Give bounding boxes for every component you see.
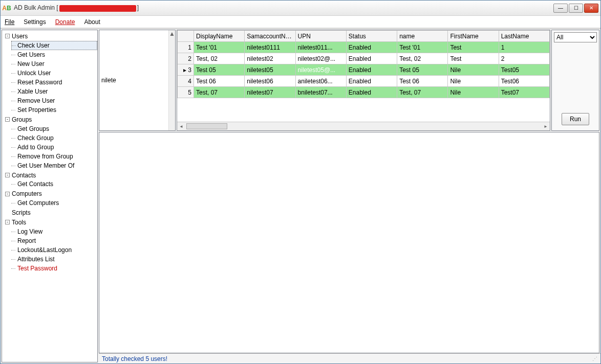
grid-cell[interactable]: Test, 02: [397, 53, 448, 64]
grid-cell[interactable]: niletest02: [245, 53, 295, 64]
grid-cell[interactable]: 1: [499, 42, 549, 53]
search-input[interactable]: [99, 30, 168, 130]
expander-icon[interactable]: -: [5, 192, 10, 196]
filter-select[interactable]: All: [554, 32, 597, 42]
grid-cell[interactable]: Test 06: [397, 76, 448, 87]
minimize-button[interactable]: —: [553, 4, 568, 13]
grid-cell[interactable]: Nile: [448, 64, 499, 76]
column-header[interactable]: LastName: [499, 31, 549, 42]
row-header[interactable]: ▸ 3: [178, 64, 194, 76]
row-header[interactable]: 5: [178, 87, 194, 98]
tree-group-tools[interactable]: -Tools: [2, 217, 97, 227]
grid-cell[interactable]: niletest06: [245, 76, 295, 87]
tree-item-test-password[interactable]: Test Password: [11, 264, 97, 273]
grid-cell[interactable]: Test 05: [194, 64, 245, 76]
resize-grip-icon[interactable]: ⋰: [592, 356, 597, 361]
grid-cell[interactable]: niletest05: [245, 64, 295, 76]
menu-about[interactable]: About: [84, 18, 100, 26]
expander-icon[interactable]: -: [5, 34, 10, 38]
tree-item-add-to-group[interactable]: Add to Group: [11, 143, 97, 152]
tree-item-log-view[interactable]: Log View: [11, 227, 97, 236]
expander-icon[interactable]: -: [5, 220, 10, 224]
column-header[interactable]: name: [397, 31, 448, 42]
grid-cell[interactable]: aniletest06...: [295, 76, 346, 87]
column-header[interactable]: UPN: [295, 31, 346, 42]
grid-cell[interactable]: Enabled: [346, 64, 397, 76]
menu-settings[interactable]: Settings: [24, 18, 46, 26]
row-header[interactable]: 2: [178, 53, 194, 64]
grid-cell[interactable]: niletest05@...: [295, 64, 346, 76]
search-scrollbar[interactable]: ▲: [168, 30, 175, 130]
navigation-tree[interactable]: -Users Check User Get Users New User Unl…: [2, 30, 98, 362]
grid-cell[interactable]: bniletest07...: [295, 87, 346, 98]
tree-item-check-user[interactable]: Check User: [11, 41, 97, 50]
tree-item-get-contacts[interactable]: Get Contacts: [11, 179, 97, 189]
grid-cell[interactable]: Enabled: [346, 42, 397, 53]
tree-item-reset-password[interactable]: Reset Password: [11, 78, 97, 87]
tree-group-users[interactable]: -Users: [2, 31, 97, 41]
grid-cell[interactable]: Enabled: [346, 53, 397, 64]
grid-cell[interactable]: Nile: [448, 87, 499, 98]
tree-item-unlock-user[interactable]: Unlock User: [11, 69, 97, 78]
grid-cell[interactable]: Test 06: [194, 76, 245, 87]
tree-item-check-group[interactable]: Check Group: [11, 133, 97, 143]
tree-item-lockout-lastlogon[interactable]: Lockout&LastLogon: [11, 245, 97, 255]
grid-cell[interactable]: niletest02@...: [295, 53, 346, 64]
grid-horizontal-scrollbar[interactable]: ◄ ►: [177, 122, 550, 130]
tree-group-groups[interactable]: -Groups: [2, 115, 97, 124]
grid-cell[interactable]: niletest0111: [245, 42, 295, 53]
tree-item-remove-user[interactable]: Remove User: [11, 96, 97, 105]
tree-group-computers[interactable]: -Computers: [2, 189, 97, 198]
results-grid[interactable]: DisplayNameSamaccountNameUPNStatusnameFi…: [177, 30, 550, 131]
tree-item-new-user[interactable]: New User: [11, 59, 97, 69]
scroll-thumb[interactable]: [186, 123, 227, 129]
scroll-right-icon[interactable]: ►: [542, 122, 550, 130]
menu-donate[interactable]: Donate: [55, 18, 75, 26]
column-header[interactable]: SamaccountName: [245, 31, 295, 42]
statusbar: Totally checked 5 users! ⋰: [99, 353, 600, 363]
tree-item-report[interactable]: Report: [11, 236, 97, 245]
tree-item-get-groups[interactable]: Get Groups: [11, 124, 97, 133]
grid-cell[interactable]: Enabled: [346, 87, 397, 98]
tree-group-scripts[interactable]: Scripts: [2, 208, 97, 217]
output-panel[interactable]: [99, 132, 599, 353]
grid-cell[interactable]: Test, 02: [194, 53, 245, 64]
grid-cell[interactable]: Test06: [499, 76, 549, 87]
grid-cell[interactable]: 2: [499, 53, 549, 64]
run-button[interactable]: Run: [562, 113, 589, 125]
column-header[interactable]: Status: [346, 31, 397, 42]
tree-item-remove-from-group[interactable]: Remove from Group: [11, 152, 97, 161]
tree-item-get-computers[interactable]: Get Computers: [11, 198, 97, 208]
scroll-left-icon[interactable]: ◄: [177, 122, 185, 130]
grid-cell[interactable]: Test '01: [194, 42, 245, 53]
tree-item-xable-user[interactable]: Xable User: [11, 87, 97, 96]
search-panel: ▲: [99, 30, 176, 131]
expander-icon[interactable]: -: [5, 173, 10, 177]
close-button[interactable]: ✕: [584, 4, 598, 13]
menu-file[interactable]: File: [5, 18, 14, 26]
grid-cell[interactable]: Enabled: [346, 76, 397, 87]
tree-group-contacts[interactable]: -Contacts: [2, 170, 97, 180]
grid-cell[interactable]: Test07: [499, 87, 549, 98]
row-header[interactable]: 1: [178, 42, 194, 53]
column-header[interactable]: DisplayName: [194, 31, 245, 42]
maximize-button[interactable]: ☐: [569, 4, 583, 13]
grid-cell[interactable]: Test: [448, 53, 499, 64]
tree-item-set-properties[interactable]: Set Properties: [11, 105, 97, 115]
expander-icon[interactable]: -: [5, 117, 10, 122]
tree-item-get-user-member-of[interactable]: Get User Member Of: [11, 161, 97, 170]
grid-cell[interactable]: niletest07: [245, 87, 295, 98]
grid-cell[interactable]: Test, 07: [397, 87, 448, 98]
grid-cell[interactable]: Test05: [499, 64, 549, 76]
grid-cell[interactable]: Test, 07: [194, 87, 245, 98]
tree-item-attributes-list[interactable]: Attributes List: [11, 255, 97, 264]
column-header[interactable]: FirstName: [448, 31, 499, 42]
grid-cell[interactable]: Nile: [448, 76, 499, 87]
grid-cell[interactable]: Test 05: [397, 64, 448, 76]
titlebar: AB AD Bulk Admin [] — ☐ ✕: [1, 1, 600, 16]
grid-cell[interactable]: Test '01: [397, 42, 448, 53]
grid-cell[interactable]: niletest011...: [295, 42, 346, 53]
grid-cell[interactable]: Test: [448, 42, 499, 53]
tree-item-get-users[interactable]: Get Users: [11, 50, 97, 59]
row-header[interactable]: 4: [178, 76, 194, 87]
